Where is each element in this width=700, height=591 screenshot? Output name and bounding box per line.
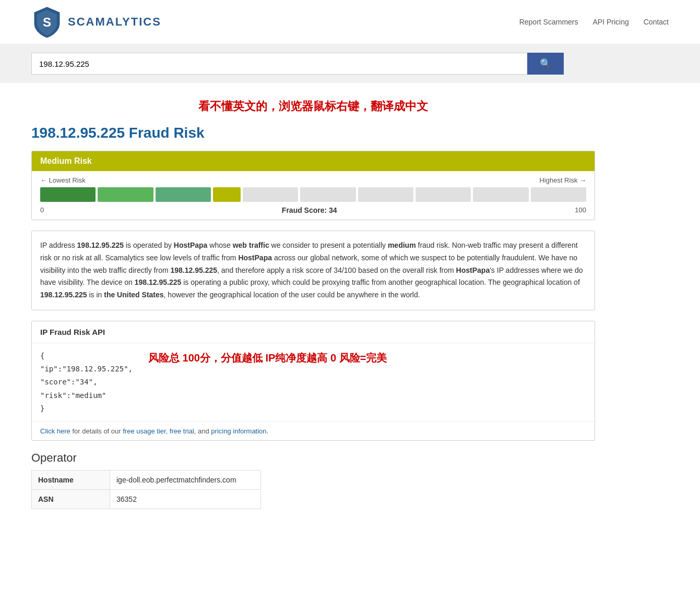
risk-card: Medium Risk ← Lowest Risk Highest Risk →… xyxy=(31,151,595,220)
hostname-label: Hostname xyxy=(32,470,110,489)
nav-contact[interactable]: Contact xyxy=(644,18,669,26)
code-line-2: "ip":"198.12.95.225", xyxy=(40,363,133,376)
operator-table: Hostname ige-doll.eob.perfectmatchfinder… xyxy=(31,470,261,509)
table-row: ASN 36352 xyxy=(32,489,261,509)
nav-api-pricing[interactable]: API Pricing xyxy=(593,18,629,26)
code-line-4: "risk":"medium" xyxy=(40,389,133,402)
main-nav: Report Scammers API Pricing Contact xyxy=(519,18,669,26)
risk-bar-1 xyxy=(40,187,96,202)
risk-bar-4 xyxy=(213,187,241,202)
api-free-usage-link[interactable]: free usage tier, free trial xyxy=(123,427,194,435)
risk-bar-8 xyxy=(416,187,471,202)
asn-value: 36352 xyxy=(110,489,261,509)
risk-bar-5 xyxy=(243,187,298,202)
risk-bar-7 xyxy=(358,187,413,202)
api-pricing-link[interactable]: pricing information xyxy=(211,427,266,435)
risk-level-header: Medium Risk xyxy=(32,151,595,171)
highest-risk-label: Highest Risk → xyxy=(539,176,586,184)
score-min: 0 xyxy=(40,206,44,214)
api-card-footer: Click here for details of our free usage… xyxy=(32,421,595,440)
risk-bar-10 xyxy=(531,187,586,202)
search-input[interactable] xyxy=(31,53,527,75)
code-line-3: "score":"34", xyxy=(40,376,133,389)
score-row: 0 Fraud Score: 34 100 xyxy=(40,206,586,214)
description-card: IP address 198.12.95.225 is operated by … xyxy=(31,231,595,310)
nav-report-scammers[interactable]: Report Scammers xyxy=(519,18,578,26)
lowest-risk-label: ← Lowest Risk xyxy=(40,176,86,184)
api-footer-text3: . xyxy=(267,427,269,435)
code-line-5: } xyxy=(40,402,133,415)
risk-bar-3 xyxy=(156,187,211,202)
api-footer-text1: for details of our xyxy=(70,427,123,435)
score-max: 100 xyxy=(575,206,586,214)
main-content: 看不懂英文的，浏览器鼠标右键，翻译成中文 198.12.95.225 Fraud… xyxy=(0,83,626,520)
page-title: 198.12.95.225 Fraud Risk xyxy=(31,125,595,141)
api-footer-text2: , and xyxy=(194,427,211,435)
risk-bar-2 xyxy=(98,187,153,202)
logo-area: S SCAMALYTICS xyxy=(31,6,161,38)
svg-text:S: S xyxy=(43,15,51,29)
api-click-here-link[interactable]: Click here xyxy=(40,427,70,435)
search-button[interactable]: 🔍 xyxy=(527,53,564,75)
api-card-header: IP Fraud Risk API xyxy=(32,321,595,343)
risk-bars xyxy=(40,187,586,202)
search-section: 🔍 xyxy=(0,44,700,83)
search-icon: 🔍 xyxy=(540,58,551,69)
api-chinese-note: 风险总 100分，分值越低 IP纯净度越高 0 风险=完美 xyxy=(148,349,387,366)
search-row: 🔍 xyxy=(31,53,564,75)
risk-scale-area: ← Lowest Risk Highest Risk → 0 Fraud Sco… xyxy=(32,171,595,220)
risk-labels: ← Lowest Risk Highest Risk → xyxy=(40,176,586,184)
operator-section-title: Operator xyxy=(31,451,595,465)
logo-text: SCAMALYTICS xyxy=(68,15,161,29)
asn-label: ASN xyxy=(32,489,110,509)
api-card: IP Fraud Risk API { "ip":"198.12.95.225"… xyxy=(31,321,595,441)
api-card-body: { "ip":"198.12.95.225", "score":"34", "r… xyxy=(32,343,595,421)
chinese-notice: 看不懂英文的，浏览器鼠标右键，翻译成中文 xyxy=(31,99,595,114)
risk-bar-6 xyxy=(300,187,355,202)
risk-bar-9 xyxy=(473,187,528,202)
shield-icon: S xyxy=(31,6,63,38)
code-line-1: { xyxy=(40,349,133,363)
hostname-value: ige-doll.eob.perfectmatchfinders.com xyxy=(110,470,261,489)
header: S SCAMALYTICS Report Scammers API Pricin… xyxy=(0,0,700,44)
fraud-score: Fraud Score: 34 xyxy=(282,206,337,214)
api-code-block: { "ip":"198.12.95.225", "score":"34", "r… xyxy=(40,349,133,415)
table-row: Hostname ige-doll.eob.perfectmatchfinder… xyxy=(32,470,261,489)
